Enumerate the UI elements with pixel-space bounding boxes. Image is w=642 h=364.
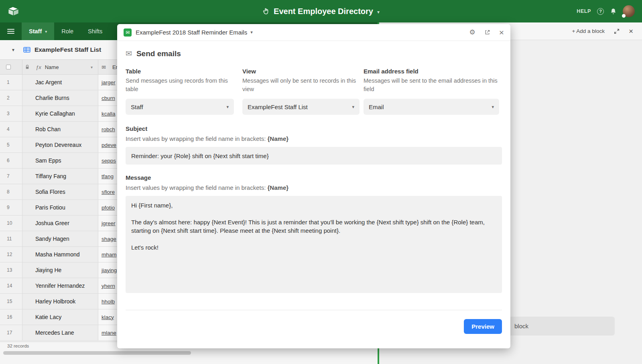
close-icon[interactable]: × <box>499 28 504 37</box>
message-textarea[interactable]: Hi {First name}, The day's almost here: … <box>126 196 502 293</box>
name-cell[interactable]: Harley Holbrook <box>22 294 98 309</box>
bell-icon[interactable] <box>610 8 617 15</box>
name-value: Kyrie Callaghan <box>35 110 75 117</box>
row-number-cell[interactable]: 2 <box>0 90 22 106</box>
email-link[interactable]: hholb <box>102 299 115 305</box>
row-number: 7 <box>7 173 10 179</box>
send-emails-heading: ✉ Send emails <box>126 49 502 58</box>
chevron-down-icon[interactable]: ▾ <box>250 30 253 35</box>
email-link[interactable]: jgreer <box>102 220 116 226</box>
name-value: Peyton Devereaux <box>35 142 81 148</box>
send-emails-block-modal: ✉ ExampleFest 2018 Staff Reminder Emails… <box>117 24 510 348</box>
tab-role[interactable]: Role <box>54 22 81 40</box>
name-value: Joshua Greer <box>35 220 69 226</box>
message-helper: Insert values by wrapping the field name… <box>126 184 502 191</box>
row-number-cell[interactable]: 4 <box>0 122 22 137</box>
row-number-cell[interactable]: 11 <box>0 231 22 246</box>
name-cell[interactable]: Jiaying He <box>22 262 98 278</box>
name-cell[interactable]: Sam Epps <box>22 153 98 168</box>
name-cell[interactable]: Mercedes Lane <box>22 325 98 340</box>
view-select[interactable]: ExampleFest Staff List ▾ <box>242 99 360 115</box>
row-number-cell[interactable]: 6 <box>0 153 22 168</box>
email-link[interactable]: tfang <box>102 173 114 179</box>
email-field-select[interactable]: Email ▾ <box>364 99 499 115</box>
grid-view-icon <box>23 47 30 53</box>
row-number-cell[interactable]: 16 <box>0 309 22 325</box>
help-button[interactable]: HELP <box>577 8 591 14</box>
select-all-checkbox[interactable] <box>6 65 11 69</box>
email-link[interactable]: jarger <box>102 79 116 85</box>
name-cell[interactable]: Peyton Devereaux <box>22 137 98 153</box>
name-cell[interactable]: Katie Lacy <box>22 309 98 325</box>
name-cell[interactable]: Joshua Greer <box>22 216 98 231</box>
email-link[interactable]: jiaying <box>102 267 117 273</box>
close-panel-icon[interactable]: × <box>629 27 633 35</box>
name-column-header[interactable]: ƒx Name ▾ <box>22 60 98 74</box>
name-value: Sofia Flores <box>35 189 65 195</box>
row-number: 17 <box>7 330 12 336</box>
preview-button[interactable]: Preview <box>464 319 502 334</box>
name-cell[interactable]: Jac Argent <box>22 75 98 90</box>
collapse-view-icon[interactable]: ▼ <box>11 48 15 52</box>
email-field-description: Messages will be sent to the email addre… <box>364 77 499 94</box>
avatar[interactable] <box>623 5 635 17</box>
email-link[interactable]: sflore <box>102 189 115 195</box>
row-number-cell[interactable]: 5 <box>0 137 22 153</box>
block-title[interactable]: ExampleFest 2018 Staff Reminder Emails <box>136 29 247 36</box>
row-number-cell[interactable]: 14 <box>0 278 22 293</box>
send-emails-title: Send emails <box>136 49 181 58</box>
chevron-down-icon: ▾ <box>352 104 354 110</box>
name-cell[interactable]: Sofia Flores <box>22 184 98 199</box>
email-link[interactable]: pfotio <box>102 205 115 211</box>
row-number-cell[interactable]: 17 <box>0 325 22 340</box>
name-cell[interactable]: Sandy Hagen <box>22 231 98 246</box>
base-title-group[interactable]: Event Employee Directory ▾ <box>0 0 642 22</box>
tab-staff[interactable]: Staff ▾ <box>22 22 54 40</box>
row-number: 3 <box>7 111 10 116</box>
name-cell[interactable]: Charlie Burns <box>22 90 98 106</box>
name-cell[interactable]: Kyrie Callaghan <box>22 106 98 121</box>
gear-icon[interactable]: ⚙ <box>469 29 475 36</box>
name-cell[interactable]: Rob Chan <box>22 122 98 137</box>
horizontal-scrollbar[interactable] <box>3 351 191 355</box>
row-number-cell[interactable]: 8 <box>0 184 22 199</box>
email-link[interactable]: sepps <box>102 158 116 164</box>
add-block-stub[interactable]: block <box>505 317 615 336</box>
row-number-cell[interactable]: 7 <box>0 169 22 184</box>
subject-section: Subject Insert values by wrapping the fi… <box>126 125 502 165</box>
row-number-cell[interactable]: 15 <box>0 294 22 309</box>
table-select[interactable]: Staff ▾ <box>126 99 234 115</box>
row-number-cell[interactable]: 13 <box>0 262 22 278</box>
open-in-new-icon[interactable] <box>484 29 490 35</box>
email-link[interactable]: kcalla <box>102 111 116 117</box>
tab-shifts[interactable]: Shifts <box>81 22 110 40</box>
email-link[interactable]: robch <box>102 126 115 132</box>
row-number-cell[interactable]: 10 <box>0 216 22 231</box>
email-link[interactable]: mham <box>102 252 117 258</box>
chevron-down-icon[interactable]: ▾ <box>91 65 93 69</box>
email-link[interactable]: cburn <box>102 95 115 101</box>
row-number-cell[interactable]: 12 <box>0 247 22 262</box>
name-cell[interactable]: Masha Hammond <box>22 247 98 262</box>
row-number: 4 <box>7 126 10 132</box>
row-number-cell[interactable]: 3 <box>0 106 22 121</box>
email-link[interactable]: yhern <box>102 283 115 289</box>
subject-input[interactable]: Reminder: your {Role} shift on {Next shi… <box>126 147 502 165</box>
row-number-cell[interactable]: 9 <box>0 200 22 215</box>
hamburger-menu-icon[interactable] <box>7 22 14 40</box>
help-question-icon[interactable]: ? <box>597 8 604 15</box>
email-link[interactable]: klacy <box>102 314 114 320</box>
add-block-button[interactable]: + Add a block <box>572 28 604 34</box>
email-link[interactable]: shage <box>102 236 116 242</box>
row-number: 15 <box>7 299 12 304</box>
view-title[interactable]: ExampleFest Staff List <box>35 46 101 53</box>
email-field-group: Email address field Messages will be sen… <box>364 68 499 115</box>
name-cell[interactable]: Tiffany Fang <box>22 169 98 184</box>
email-link[interactable]: pdeve <box>102 142 116 148</box>
email-link[interactable]: mlane <box>102 330 116 336</box>
name-cell[interactable]: Paris Fotiou <box>22 200 98 215</box>
expand-icon[interactable] <box>614 28 620 35</box>
name-value: Sam Epps <box>35 157 61 164</box>
name-cell[interactable]: Yennifer Hernandez <box>22 278 98 293</box>
row-number-cell[interactable]: 1 <box>0 75 22 90</box>
